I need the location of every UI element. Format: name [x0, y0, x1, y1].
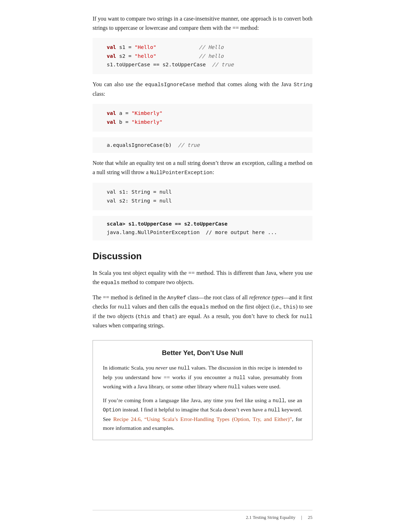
code-line: s1.toUpperCase == s2.toUpperCase // true	[107, 60, 305, 69]
paragraph-1-text: If you want to compare two strings in a …	[93, 16, 312, 31]
p3-end: :	[212, 169, 214, 175]
p2-class: String	[294, 82, 312, 88]
p2-start: You can also use the	[93, 81, 143, 87]
d1-equals: equals	[101, 280, 120, 286]
d2-this: this	[283, 304, 295, 310]
d2-this2: this	[138, 314, 150, 320]
paragraph-1: If you want to compare two strings in a …	[93, 14, 312, 32]
discussion-paragraph-2: The == method is defined in the AnyRef c…	[93, 293, 312, 330]
c2-link[interactable]: Recipe 24.6, “Using Scala’s Error-Handli…	[113, 416, 292, 422]
footer-sep: |	[301, 515, 302, 520]
c1-start: In idiomatic Scala, you	[103, 365, 155, 371]
code-block-3: val s1: String = null val s2: String = n…	[93, 183, 312, 210]
code-block-2: val a = "Kimberly" val b = "kimberly"	[93, 104, 312, 131]
callout-title: Better Yet, Don’t Use Null	[103, 348, 302, 358]
footer-page: 25	[308, 515, 312, 520]
code-block-2b: a.equalsIgnoreCase(b) // true	[93, 137, 312, 153]
callout-box: Better Yet, Don’t Use Null In idiomatic …	[93, 340, 312, 440]
p2-rest: method that comes along with the Java	[198, 81, 292, 87]
d2-mid: values and then calls the	[131, 304, 190, 310]
paragraph-3: Note that while an equality test on a nu…	[93, 159, 312, 177]
c2-mid: , use an	[285, 397, 302, 403]
callout-paragraph-2: If you’re coming from a language like Ja…	[103, 396, 302, 433]
code-line: val s1 = "Hello"// Hello	[107, 43, 305, 52]
footer-section: 2.1 Testing String Equality | 25	[246, 514, 312, 521]
d2-italic: reference types	[249, 294, 283, 300]
d2-null2: null	[300, 314, 312, 320]
code-line: scala> s1.toUpperCase == s2.toUpperCase	[107, 220, 305, 228]
page-footer: 2.1 Testing String Equality | 25	[93, 510, 312, 521]
p2-class-rest: class:	[93, 91, 105, 97]
discussion-paragraph-1: In Scala you test object equality with t…	[93, 268, 312, 287]
d2-and: and	[150, 313, 162, 319]
code-line: val s2: String = null	[107, 196, 305, 205]
d2-end: values when comparing strings.	[93, 322, 165, 328]
footer-left: 2.1 Testing String Equality	[246, 515, 295, 520]
c1-null: null	[178, 365, 190, 371]
p3-npe: NullPointerException	[150, 170, 213, 176]
d1-rest: method to compare two objects.	[121, 279, 194, 285]
d2-mid4: ) are equal. As a result, you don’t have…	[175, 313, 300, 319]
d2-that: that	[162, 314, 175, 320]
c2-rest: instead. I find it helpful to imagine th…	[121, 406, 268, 412]
code-line: a.equalsIgnoreCase(b) // true	[107, 141, 305, 150]
code-line: val s2 = "hello"// hello	[107, 52, 305, 61]
d2-equals2: equals	[190, 304, 209, 310]
code-block-1: val s1 = "Hello"// Hello val s2 = "hello…	[93, 38, 312, 74]
code-line: java.lang.NullPointerException // more o…	[107, 228, 305, 237]
paragraph-2: You can also use the equalsIgnoreCase me…	[93, 80, 312, 98]
d2-mid2: method on the first object (i.e.,	[209, 304, 283, 310]
d2-start: The == method is defined in the	[93, 294, 167, 300]
c1-mid: use	[168, 365, 178, 371]
c2-start: If you’re coming from a language like Ja…	[103, 397, 273, 403]
c2-null2: null	[268, 407, 280, 413]
c1-end: values were used.	[240, 383, 281, 389]
d2-anyref: AnyRef	[167, 295, 186, 301]
c2-option: Option	[103, 407, 121, 413]
c1-null2: null	[233, 375, 245, 381]
c2-null: null	[273, 398, 285, 404]
discussion-heading: Discussion	[93, 249, 312, 264]
code-line: val b = "kimberly"	[107, 118, 305, 127]
code-line: val a = "Kimberly"	[107, 109, 305, 118]
p2-method: equalsIgnoreCase	[145, 82, 195, 88]
code-line: val s1: String = null	[107, 188, 305, 196]
page: If you want to compare two strings in a …	[71, 0, 334, 532]
code-block-3b: scala> s1.toUpperCase == s2.toUpperCase …	[93, 216, 312, 240]
c1-never: never	[155, 365, 167, 371]
c1-null3: null	[228, 384, 240, 390]
d2-class: class—the root class of all	[186, 294, 249, 300]
callout-paragraph-1: In idiomatic Scala, you never use null v…	[103, 363, 302, 392]
d2-null: null	[118, 304, 130, 310]
